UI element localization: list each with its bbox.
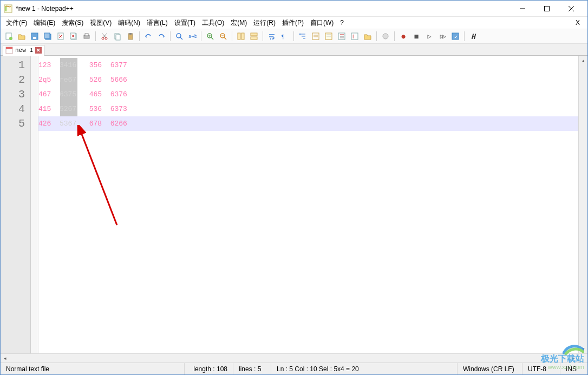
svg-line-36 [224, 37, 226, 40]
app-icon [4, 4, 12, 13]
editor: 12345 123 3416 356 63772q5 re67 526 5666… [1, 56, 587, 353]
code-line[interactable]: 415 5267 536 6373 [38, 102, 578, 116]
scroll-up-icon[interactable]: ▴ [579, 56, 587, 65]
save-icon[interactable] [29, 30, 41, 42]
stop-icon[interactable]: ■ [410, 30, 422, 42]
menu-macro[interactable]: 宏(M) [227, 17, 250, 29]
tab-new-1[interactable]: new 1 ✕ [3, 45, 44, 56]
menu-window[interactable]: 窗口(W) [307, 17, 337, 29]
tab-x-button[interactable]: X [570, 19, 585, 27]
play-icon[interactable]: ▷ [423, 30, 435, 42]
line-number-gutter: 12345 [1, 56, 31, 353]
undo-icon[interactable] [142, 30, 154, 42]
status-file-type: Normal text file [1, 363, 185, 374]
scroll-down-icon[interactable]: ▾ [579, 344, 587, 353]
window-title: *new 1 - Notepad++ [16, 5, 510, 12]
cut-icon[interactable] [99, 30, 110, 42]
code-line[interactable]: 426 5367 678 6266 [38, 116, 578, 131]
sync-v-icon[interactable] [235, 30, 247, 42]
tab-close-icon[interactable]: ✕ [35, 47, 42, 54]
menu-encoding[interactable]: 编码(N) [115, 17, 143, 29]
menu-edit[interactable]: 编辑(E) [30, 17, 58, 29]
redo-icon[interactable] [155, 30, 167, 42]
play-multi-icon[interactable]: ▷▷ [436, 30, 448, 42]
folder-icon[interactable] [362, 30, 374, 42]
svg-rect-46 [299, 34, 300, 35]
maximize-button[interactable] [534, 1, 559, 16]
menu-file[interactable]: 文件(F) [3, 17, 30, 29]
menu-bar: 文件(F) 编辑(E) 搜索(S) 视图(V) 编码(N) 语言(L) 设置(T… [1, 17, 587, 29]
svg-rect-25 [116, 35, 120, 40]
monitor-icon[interactable] [380, 30, 391, 42]
horizontal-scrollbar[interactable]: ◂ ▸ [1, 353, 587, 363]
close-all-icon[interactable] [68, 30, 80, 42]
line-number: 5 [1, 116, 25, 131]
print-icon[interactable] [81, 30, 93, 42]
word-wrap-icon[interactable] [266, 30, 278, 42]
svg-line-29 [180, 37, 182, 40]
indent-guide-icon[interactable] [297, 30, 309, 42]
udl-icon[interactable] [310, 30, 322, 42]
scroll-right-icon[interactable]: ▸ [569, 354, 578, 363]
code-line[interactable]: 123 3416 356 6377 [38, 58, 578, 73]
copy-icon[interactable] [112, 30, 123, 42]
svg-rect-27 [129, 33, 132, 35]
open-file-icon[interactable] [16, 30, 28, 42]
svg-rect-10 [44, 33, 50, 38]
sync-h-icon[interactable] [248, 30, 260, 42]
svg-text:¶: ¶ [282, 33, 284, 40]
status-lines: lines : 5 [233, 363, 271, 374]
zoom-in-icon[interactable] [204, 30, 216, 42]
tab-bar: new 1 ✕ [1, 44, 587, 56]
code-line[interactable]: 2q5 re67 526 5666 [38, 73, 578, 87]
svg-text:a↔b: a↔b [188, 34, 197, 39]
close-button[interactable] [559, 1, 583, 16]
save-macro-icon[interactable] [449, 30, 461, 42]
doc-map-icon[interactable] [323, 30, 335, 42]
menu-settings[interactable]: 设置(T) [171, 17, 199, 29]
replace-icon[interactable]: a↔b [186, 30, 198, 42]
line-number: 2 [1, 73, 25, 87]
menu-help[interactable]: ? [337, 18, 347, 28]
show-all-icon[interactable]: ¶ [279, 30, 291, 42]
scroll-left-icon[interactable]: ◂ [1, 354, 10, 363]
menu-search[interactable]: 搜索(S) [58, 17, 87, 29]
record-icon[interactable]: ● [397, 30, 409, 42]
svg-rect-2 [544, 6, 549, 11]
folding-margin[interactable] [31, 56, 38, 353]
svg-rect-39 [241, 33, 244, 40]
svg-rect-60 [452, 33, 459, 40]
toolbar: a↔b¶f●■▷▷▷H [1, 29, 587, 44]
menu-language[interactable]: 语言(L) [143, 17, 171, 29]
tab-label: new 1 [15, 47, 33, 54]
menu-view[interactable]: 视图(V) [87, 17, 115, 29]
text-area[interactable]: 123 3416 356 63772q5 re67 526 5666467 63… [38, 56, 578, 353]
zoom-out-icon[interactable] [217, 30, 229, 42]
vertical-scrollbar[interactable]: ▴ ▾ [578, 56, 587, 353]
bold-h-icon[interactable]: H [467, 30, 479, 42]
func-list-icon[interactable]: f [349, 30, 361, 42]
menu-tools[interactable]: 工具(O) [199, 17, 227, 29]
svg-line-32 [211, 37, 213, 40]
paste-icon[interactable] [125, 30, 136, 42]
menu-run[interactable]: 运行(R) [250, 17, 279, 29]
line-number: 3 [1, 87, 25, 102]
doc-list-icon[interactable] [336, 30, 348, 42]
svg-rect-38 [238, 33, 240, 40]
menu-plugins[interactable]: 插件(P) [279, 17, 307, 29]
new-file-icon[interactable] [3, 30, 15, 42]
svg-point-28 [177, 34, 181, 38]
save-all-icon[interactable] [42, 30, 54, 42]
status-encoding[interactable]: UTF-8 [522, 363, 560, 374]
find-icon[interactable] [173, 30, 185, 42]
code-line[interactable]: 467 6375 465 6376 [38, 87, 578, 102]
svg-point-59 [383, 34, 388, 39]
title-bar: *new 1 - Notepad++ [1, 1, 587, 17]
close-icon[interactable] [55, 30, 67, 42]
status-bar: Normal text file length : 108 lines : 5 … [1, 363, 587, 374]
svg-rect-8 [33, 37, 36, 39]
status-eol[interactable]: Windows (CR LF) [458, 363, 522, 374]
minimize-button[interactable] [510, 1, 534, 16]
line-number: 1 [1, 58, 25, 73]
status-mode[interactable]: INS [560, 363, 587, 374]
